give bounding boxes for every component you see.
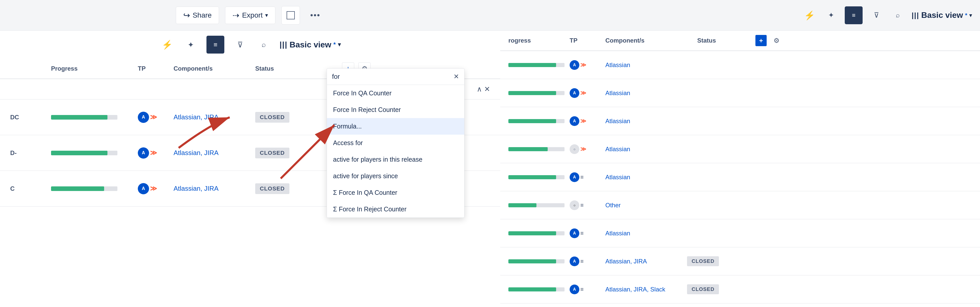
priority-icon: ≡ <box>580 258 584 265</box>
atlassian-icon: A <box>570 116 579 126</box>
component-link[interactable]: Atlassian, JIRA <box>173 185 218 192</box>
r-tp-cell: A ≡ <box>570 172 605 182</box>
component-cell: Atlassian, JIRA <box>173 185 255 193</box>
r-tp-cell: A ≡ <box>570 256 605 266</box>
component-link[interactable]: Atlassian <box>605 174 630 180</box>
dropdown-item-force-qa[interactable]: Force In QA Counter <box>327 85 464 101</box>
r-tp-cell: A ≫ <box>570 88 605 98</box>
atlassian-icon: A <box>138 147 149 158</box>
filter-button[interactable]: ⊽ <box>232 37 248 52</box>
dropdown-item-access-for[interactable]: Access for <box>327 135 464 151</box>
r-component-cell: Atlassian <box>605 146 687 153</box>
dropdown-search-input[interactable] <box>332 73 450 81</box>
r-progress-cell <box>508 119 570 123</box>
priority-icon: ≡ <box>580 202 584 209</box>
rth-progress: rogress <box>508 37 570 44</box>
atlassian-icon: A <box>570 285 579 294</box>
dropdown-item-sigma-qa[interactable]: Σ Force In QA Counter <box>327 184 464 201</box>
r-tp-cell: ○ ≫ <box>570 144 605 154</box>
dropdown-item-sigma-reject[interactable]: Σ Force In Reject Counter <box>327 201 464 217</box>
r-bookmark-button[interactable]: ✦ <box>823 8 838 23</box>
r-progress-cell <box>508 260 570 263</box>
table-row: A ≡ Atlassian <box>500 163 980 191</box>
share-icon: ↪ <box>183 11 190 20</box>
th-component: Component/s <box>173 65 255 72</box>
component-link[interactable]: Atlassian <box>605 230 630 237</box>
dropdown-item-force-reject[interactable]: Force In Reject Counter <box>327 101 464 118</box>
r-component-cell: Atlassian <box>605 90 687 97</box>
dropdown-close-button[interactable]: ✕ <box>453 73 459 81</box>
r-progress-cell <box>508 231 570 235</box>
filter-icon: ⊽ <box>874 11 879 19</box>
r-add-column-button[interactable]: + <box>756 35 767 46</box>
component-link[interactable]: Atlassian <box>605 117 630 124</box>
other-icon: ○ <box>570 144 579 154</box>
lightning-icon: ⚡ <box>162 40 172 50</box>
component-link[interactable]: Atlassian <box>605 146 630 152</box>
progress-cell <box>51 187 138 191</box>
table-row: A ≡ Atlassian, JIRA CLOSED <box>500 304 980 307</box>
r-stack-button[interactable]: ≡ <box>845 6 862 24</box>
bookmark-button[interactable]: ✦ <box>183 37 198 52</box>
component-cell: Atlassian, JIRA <box>173 149 255 157</box>
component-link[interactable]: Atlassian, JIRA <box>605 258 647 265</box>
bars-icon: ||| <box>912 11 919 19</box>
rth-component: Component/s <box>605 37 697 44</box>
export-button[interactable]: ⇢ Export ▾ <box>225 6 275 24</box>
r-progress-cell <box>508 63 570 67</box>
autocomplete-dropdown: ✕ Force In QA Counter Force In Reject Co… <box>327 68 465 218</box>
component-link[interactable]: Atlassian, JIRA <box>173 149 218 157</box>
dropdown-item-formula[interactable]: Formula... <box>327 118 464 135</box>
r-tp-cell: A ≡ <box>570 285 605 294</box>
right-top-toolbar: ⚡ ✦ ≡ ⊽ ⌕ ||| Basic view* ▾ <box>500 0 980 31</box>
r-progress-cell <box>508 147 570 151</box>
r-progress-cell <box>508 91 570 95</box>
atlassian-icon: A <box>138 183 149 194</box>
atlassian-icon: A <box>570 172 579 182</box>
right-table-body: A ≫ Atlassian A ≫ Atlassian <box>500 51 980 307</box>
view-selector[interactable]: ||| Basic view* ▾ <box>280 40 340 49</box>
more-options-button[interactable]: ••• <box>306 6 325 24</box>
search-close-icon[interactable]: ✕ <box>484 85 490 93</box>
component-link[interactable]: Atlassian <box>605 62 630 68</box>
r-component-cell: Atlassian <box>605 117 687 125</box>
chevron-up-icon[interactable]: ∧ <box>477 85 482 93</box>
table-row: A ≡ Atlassian <box>500 219 980 247</box>
component-link[interactable]: Atlassian <box>605 90 630 97</box>
component-link[interactable]: Atlassian, JIRA, Slack <box>605 286 665 293</box>
export-icon: ⇢ <box>232 11 239 20</box>
component-link[interactable]: Atlassian, JIRA <box>173 113 218 121</box>
view-name: Basic view <box>290 40 331 49</box>
secondary-toolbar: ⚡ ✦ ≡ ⊽ ⌕ ||| Basic view* ▾ <box>0 31 500 59</box>
status-badge: CLOSED <box>255 184 290 194</box>
r-lightning-button[interactable]: ⚡ <box>802 8 817 23</box>
right-panel: ⚡ ✦ ≡ ⊽ ⌕ ||| Basic view* ▾ rogress TP C… <box>500 0 980 307</box>
row-prefix: DC <box>10 114 51 121</box>
priority-icon: ≫ <box>580 146 586 152</box>
r-search-button[interactable]: ⌕ <box>890 8 905 23</box>
component-link[interactable]: Other <box>605 202 620 209</box>
fullscreen-button[interactable] <box>282 6 300 24</box>
progress-cell <box>51 151 138 155</box>
tp-cell: A ≫ <box>138 183 173 194</box>
r-component-cell: Atlassian <box>605 62 687 69</box>
share-button[interactable]: ↪ Share <box>176 6 219 24</box>
dropdown-item-active-players-release[interactable]: active for players in this release <box>327 151 464 168</box>
r-filter-button[interactable]: ⊽ <box>869 8 884 23</box>
progress-cell <box>51 115 138 120</box>
share-label: Share <box>192 11 212 19</box>
filter-icon: ⊽ <box>237 40 243 49</box>
r-component-cell: Atlassian <box>605 230 687 237</box>
search-button[interactable]: ⌕ <box>256 37 271 52</box>
table-row: ○ ≫ Atlassian <box>500 135 980 163</box>
r-tp-cell: A ≫ <box>570 116 605 126</box>
dropdown-item-active-players-since[interactable]: active for players since <box>327 168 464 184</box>
atlassian-icon: A <box>570 256 579 266</box>
lightning-button[interactable]: ⚡ <box>159 37 175 52</box>
th-progress: Progress <box>51 65 138 72</box>
priority-icon: ≡ <box>580 174 584 180</box>
r-view-selector[interactable]: ||| Basic view* ▾ <box>912 11 972 20</box>
stack-button[interactable]: ≡ <box>207 36 224 54</box>
r-gear-icon[interactable]: ⚙ <box>773 37 780 44</box>
row-prefix: C <box>10 185 51 192</box>
